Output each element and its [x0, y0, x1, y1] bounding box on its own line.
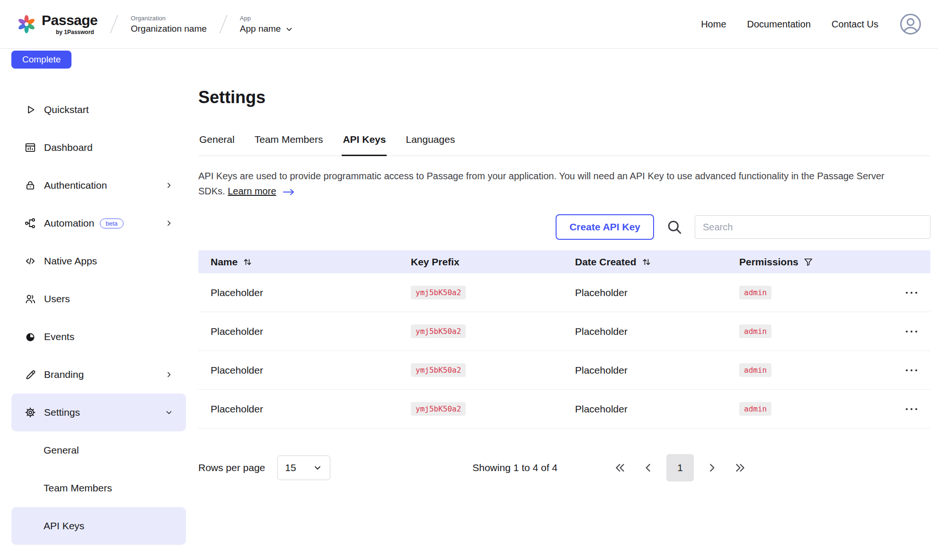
sidebar-item-settings-general[interactable]: General [11, 431, 186, 469]
main-content: Settings General Team Members API Keys L… [186, 49, 938, 560]
column-header-key-prefix: Key Prefix [411, 256, 575, 268]
cell-date-created: Placeholder [575, 326, 739, 337]
sidebar-item-branding[interactable]: Branding [11, 356, 186, 394]
tab-api-keys[interactable]: API Keys [342, 134, 387, 156]
search-input[interactable] [695, 215, 930, 239]
rows-per-page-select[interactable]: 15 [277, 455, 330, 480]
first-page-button[interactable] [610, 457, 630, 478]
cell-date-created: Placeholder [575, 365, 739, 376]
sidebar-item-users[interactable]: Users [11, 280, 186, 318]
cell-name: Placeholder [211, 403, 411, 415]
row-actions-menu-icon[interactable] [905, 330, 918, 333]
app-label: App [240, 15, 294, 22]
row-actions-menu-icon[interactable] [905, 291, 918, 295]
next-page-button[interactable] [701, 457, 722, 478]
sidebar-item-label: Automation [44, 218, 94, 229]
cell-name: Placeholder [211, 326, 411, 337]
sidebar-item-settings-languages[interactable]: Languages [11, 545, 186, 560]
brand-name: Passage [42, 13, 97, 27]
cell-date-created: Placeholder [575, 287, 739, 298]
key-prefix-chip: ymj5bK50a2 [411, 363, 466, 377]
column-header-name: Name [211, 256, 411, 268]
dashboard-icon [24, 141, 36, 154]
sidebar-item-events[interactable]: Events [11, 318, 186, 356]
timer-icon [24, 331, 36, 343]
brand-logo[interactable]: Passage by 1Password [16, 13, 97, 35]
gear-icon [24, 406, 36, 419]
arrow-right-icon [283, 185, 295, 200]
sidebar-item-label: Native Apps [44, 255, 97, 267]
complete-badge[interactable]: Complete [11, 51, 71, 69]
table-row: Placeholder ymj5bK50a2 Placeholder admin [198, 351, 930, 390]
sidebar-item-label: Branding [44, 369, 84, 380]
sidebar-item-label: Languages [44, 558, 93, 560]
account-avatar-icon[interactable] [899, 13, 922, 35]
sidebar-item-settings-team-members[interactable]: Team Members [11, 469, 186, 507]
play-icon [24, 104, 36, 116]
brand-byline: by 1Password [56, 29, 97, 35]
last-page-button[interactable] [730, 457, 751, 478]
cell-name: Placeholder [211, 365, 411, 376]
filter-icon[interactable] [803, 257, 814, 267]
chevron-down-icon[interactable] [284, 24, 294, 34]
rows-per-page-label: Rows per page [198, 462, 265, 473]
sidebar-item-automation[interactable]: Automation beta [11, 204, 186, 242]
table-header-row: Name Key Prefix Date Created Permissions [198, 250, 930, 273]
sort-icon[interactable] [641, 257, 652, 267]
breadcrumb-app[interactable]: App App name [240, 15, 294, 34]
lock-icon [24, 179, 36, 192]
page-title: Settings [198, 88, 930, 107]
nav-documentation[interactable]: Documentation [747, 19, 811, 30]
sidebar-item-label: API Keys [44, 520, 84, 532]
tab-team-members[interactable]: Team Members [254, 134, 324, 156]
nav-home[interactable]: Home [701, 19, 726, 30]
description-text: API Keys are used to provide programmati… [198, 171, 885, 196]
row-actions-menu-icon[interactable] [905, 407, 918, 411]
sidebar-item-dashboard[interactable]: Dashboard [11, 129, 186, 166]
sidebar-item-quickstart[interactable]: Quickstart [11, 91, 186, 129]
sidebar: Quickstart Dashboard Authentication Auto… [0, 49, 186, 560]
tab-languages[interactable]: Languages [405, 134, 456, 156]
key-prefix-chip: ymj5bK50a2 [411, 402, 466, 416]
sidebar-item-label: Team Members [44, 482, 112, 494]
key-prefix-chip: ymj5bK50a2 [411, 286, 466, 299]
organization-label: Organization [131, 15, 207, 22]
pen-icon [24, 368, 36, 381]
pager: 1 [610, 454, 751, 481]
sidebar-item-label: General [44, 445, 79, 456]
chevron-down-icon [312, 463, 323, 473]
create-api-key-button[interactable]: Create API Key [556, 214, 654, 240]
sidebar-item-settings-api-keys[interactable]: API Keys [11, 507, 186, 545]
sidebar-item-authentication[interactable]: Authentication [11, 166, 186, 204]
sidebar-item-label: Quickstart [44, 104, 89, 115]
rows-per-page-value: 15 [285, 462, 296, 473]
sort-icon[interactable] [242, 257, 253, 267]
top-header: Passage by 1Password Organization Organi… [0, 0, 938, 49]
passage-logo-icon [16, 14, 37, 35]
api-keys-description: API Keys are used to provide programmati… [198, 168, 907, 200]
code-icon [24, 255, 36, 267]
permissions-chip: admin [739, 402, 771, 416]
breadcrumb-separator [110, 15, 118, 34]
permissions-chip: admin [739, 363, 771, 377]
chevron-right-icon [164, 370, 174, 379]
row-actions-menu-icon[interactable] [905, 368, 918, 372]
chevron-down-icon [164, 408, 174, 417]
table-row: Placeholder ymj5bK50a2 Placeholder admin [198, 273, 930, 312]
nav-contact-us[interactable]: Contact Us [832, 19, 878, 30]
sidebar-item-settings[interactable]: Settings [11, 394, 186, 431]
table-row: Placeholder ymj5bK50a2 Placeholder admin [198, 312, 930, 351]
previous-page-button[interactable] [638, 457, 659, 478]
current-page-button[interactable]: 1 [666, 454, 694, 481]
pagination-bar: Rows per page 15 Showing 1 to 4 of 4 1 [198, 454, 930, 481]
api-keys-toolbar: Create API Key [198, 214, 930, 240]
organization-name: Organization name [131, 24, 207, 34]
app-name: App name [240, 24, 281, 34]
tab-general[interactable]: General [198, 134, 236, 156]
api-keys-table: Name Key Prefix Date Created Permissions [198, 250, 930, 429]
sidebar-item-native-apps[interactable]: Native Apps [11, 242, 186, 280]
header-nav: Home Documentation Contact Us [701, 13, 922, 35]
learn-more-link[interactable]: Learn more [228, 186, 276, 196]
search-icon[interactable] [666, 219, 682, 235]
column-header-permissions: Permissions [739, 256, 890, 268]
